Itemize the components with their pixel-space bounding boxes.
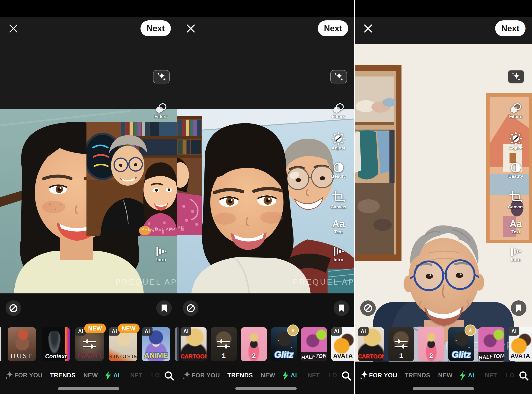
- ai-bolt-icon[interactable]: [459, 371, 466, 381]
- next-button[interactable]: Next: [318, 21, 348, 36]
- search-icon[interactable]: [164, 370, 175, 382]
- inset-photo-fragment[interactable]: PREQUEL APP: [177, 116, 202, 235]
- effects-button[interactable]: [330, 70, 347, 83]
- nav-trends[interactable]: TRENDS: [50, 372, 76, 379]
- thumbnail-variant-1[interactable]: 1: [388, 327, 414, 361]
- adjust-icon: [332, 132, 345, 145]
- prequel-watermark: PREQUEL APP: [115, 278, 177, 286]
- tool-canvas[interactable]: Canvas: [503, 191, 528, 209]
- inset-photo[interactable]: PREQUEL APP: [86, 122, 177, 236]
- tool-beauty[interactable]: Beauty: [503, 162, 528, 179]
- thumbnail-variant-2[interactable]: 2: [241, 327, 267, 361]
- thumbnail-halftone[interactable]: HALFTONE: [301, 327, 327, 361]
- hide-filter-button[interactable]: [183, 300, 198, 316]
- ai-bolt-icon[interactable]: [282, 371, 289, 381]
- close-icon[interactable]: [9, 23, 18, 34]
- nav-ai[interactable]: AI: [291, 372, 297, 379]
- tool-text[interactable]: Aa Text: [326, 219, 351, 234]
- tool-intro[interactable]: Intro: [326, 246, 351, 262]
- nav-for-you[interactable]: FOR YOU: [192, 372, 220, 379]
- ai-bolt-icon[interactable]: [104, 371, 111, 381]
- nav-for-you[interactable]: FOR YOU: [369, 372, 397, 379]
- hide-filter-button[interactable]: [360, 300, 376, 316]
- tool-filters[interactable]: Filters: [326, 103, 351, 119]
- bottom-nav: FOR YOU TRENDS NEW AI NFT LO: [177, 370, 355, 382]
- tool-intro[interactable]: Intro: [503, 246, 528, 262]
- effects-button[interactable]: [153, 70, 170, 83]
- close-icon[interactable]: [364, 23, 373, 34]
- intro-waveform-icon: [333, 246, 344, 257]
- effects-button[interactable]: [508, 70, 524, 83]
- tool-adjust[interactable]: Adjust: [503, 132, 528, 151]
- for-you-sparkle-icon[interactable]: [182, 370, 191, 381]
- thumbnail-label: 1: [399, 352, 403, 359]
- canvas-crop-icon: [509, 191, 522, 204]
- thumbnail-glitz[interactable]: Glitz ★: [448, 327, 474, 361]
- nav-looks-partial[interactable]: LO: [506, 372, 514, 379]
- bookmark-button[interactable]: [156, 300, 172, 316]
- tool-text[interactable]: Aa Text: [503, 219, 528, 234]
- beauty-icon: [510, 162, 522, 173]
- slash-circle-icon: [363, 303, 373, 313]
- thumbnail-cartoon-plus[interactable]: CARTOON+ AI: [358, 327, 384, 361]
- thumbnail-cartoon-plus[interactable]: CARTOON+ AI: [181, 327, 207, 361]
- thumbnail-kingdom[interactable]: KINGDOM AI NEW: [109, 327, 137, 361]
- nav-nft[interactable]: NFT: [485, 372, 497, 379]
- home-indicator[interactable]: [235, 387, 297, 390]
- tool-filters[interactable]: Filters: [148, 103, 174, 119]
- thumbnail-label: AVATA: [333, 353, 353, 359]
- thumbnail-toony[interactable]: TOONY AI NEW: [75, 327, 104, 361]
- thumbnail-avatar[interactable]: AVATA AI: [509, 327, 532, 361]
- nav-trends[interactable]: TRENDS: [405, 372, 430, 379]
- home-indicator[interactable]: [413, 387, 474, 390]
- nav-ai[interactable]: AI: [113, 372, 120, 379]
- hide-filter-button[interactable]: [5, 300, 21, 316]
- close-icon[interactable]: [186, 23, 195, 34]
- tool-beauty[interactable]: Beauty: [326, 162, 351, 179]
- nav-new[interactable]: NEW: [438, 372, 453, 379]
- nav-trends[interactable]: TRENDS: [227, 372, 253, 379]
- thumbnail-edge-sliver: [177, 327, 179, 361]
- tool-filters[interactable]: Filters: [503, 103, 528, 119]
- editor-panel-2: Next: [177, 0, 355, 394]
- ai-badge: AI: [331, 327, 342, 336]
- nav-nft[interactable]: NFT: [308, 372, 320, 379]
- bookmark-button[interactable]: [511, 300, 527, 316]
- tool-label: Beauty: [326, 174, 351, 179]
- thumbnail-glitz[interactable]: Glitz ★: [271, 327, 297, 361]
- thumbnail-dust[interactable]: DUST: [8, 327, 36, 361]
- inset-watermark: PREQUEL APP: [177, 225, 184, 230]
- search-icon[interactable]: [341, 370, 352, 382]
- tool-intro[interactable]: Intro: [148, 246, 174, 262]
- thumbnail-label: TOONY: [76, 351, 103, 359]
- thumbnail-label: Glitz: [274, 350, 293, 359]
- thumbnail-context[interactable]: Context: [42, 327, 70, 361]
- next-button[interactable]: Next: [141, 21, 171, 36]
- thumbnail-avatar[interactable]: AVATA AI: [331, 327, 355, 361]
- sliders-icon: [395, 339, 407, 349]
- thumbnail-anime[interactable]: ANIME AI: [142, 327, 170, 361]
- home-indicator[interactable]: [58, 387, 119, 390]
- screenshot-divider: [354, 0, 355, 394]
- thumbnail-variant-2[interactable]: 2: [418, 327, 444, 361]
- nav-looks-partial[interactable]: LO: [329, 372, 337, 379]
- bookmark-button[interactable]: [334, 300, 349, 316]
- for-you-sparkle-icon[interactable]: [4, 370, 14, 381]
- bottom-nav: FOR YOU TRENDS NEW AI NFT LO: [355, 370, 532, 382]
- search-icon[interactable]: [518, 370, 529, 382]
- nav-ai[interactable]: AI: [468, 372, 474, 379]
- next-button[interactable]: Next: [495, 21, 526, 36]
- for-you-sparkle-icon[interactable]: [359, 370, 369, 381]
- adjust-icon: [509, 132, 522, 145]
- thumbnail-variant-1[interactable]: 1: [211, 327, 237, 361]
- nav-nft[interactable]: NFT: [130, 372, 142, 379]
- thumbnail-halftone[interactable]: HALFTONE: [479, 327, 504, 361]
- nav-for-you[interactable]: FOR YOU: [14, 372, 42, 379]
- tool-label: Adjust: [326, 145, 351, 151]
- nav-new[interactable]: NEW: [83, 372, 98, 379]
- text-tool-icon: Aa: [326, 219, 351, 229]
- nav-new[interactable]: NEW: [261, 372, 275, 379]
- tool-adjust[interactable]: Adjust: [326, 132, 351, 151]
- tool-canvas[interactable]: Canvas: [326, 191, 351, 209]
- nav-looks-partial[interactable]: LO: [151, 372, 160, 379]
